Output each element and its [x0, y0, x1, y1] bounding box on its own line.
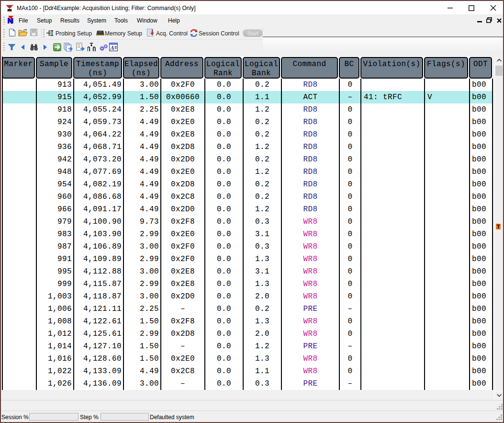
svg-text:A: A — [110, 45, 114, 51]
